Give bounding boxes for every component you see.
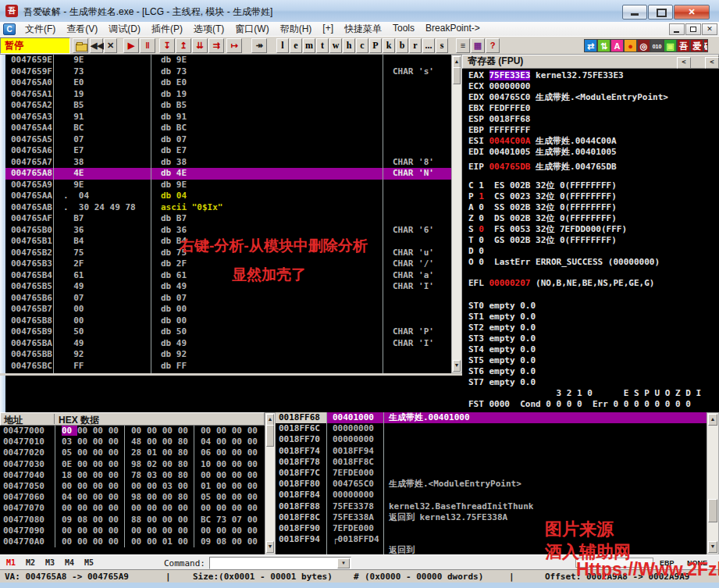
disasm-row[interactable]: 004765A8 4Edb 4ECHAR 'N' xyxy=(5,168,451,180)
stack-row[interactable]: 0018FF7C7EFDE000 xyxy=(276,468,707,479)
mdi-minimize-button[interactable] xyxy=(669,23,685,35)
scroll-thumb[interactable] xyxy=(266,425,274,447)
dump-row[interactable]: 004770A000 00 00 0000 00 01 0009 08 00 0… xyxy=(0,536,265,547)
stack-row[interactable]: 返回到 xyxy=(276,545,707,554)
dump-scrollbar[interactable]: ▲ ▼ xyxy=(265,412,276,554)
menu-item-view[interactable]: 查看(V) xyxy=(61,22,103,37)
collapse-left-icon[interactable]: < xyxy=(677,57,691,69)
disasm-row[interactable]: 004765BB 92db 92 xyxy=(5,349,451,361)
list-icon[interactable]: ≡ xyxy=(456,38,470,53)
help-icon[interactable]: ? xyxy=(486,38,500,53)
plugin-ai-icon[interactable]: 爱 xyxy=(690,39,703,52)
register-line[interactable]: EBX FEDFFFE0 xyxy=(468,103,719,114)
stack-row[interactable]: 0018FF907EFDE000 xyxy=(276,523,707,534)
register-line[interactable]: C 1 ES 002B 32位 0(FFFFFFFF) xyxy=(468,180,719,191)
plugin-target-icon[interactable]: ◎ xyxy=(637,39,650,52)
letter-button-P[interactable]: P xyxy=(369,38,382,53)
register-line[interactable]: A 0 SS 002B 32位 0(FFFFFFFF) xyxy=(468,202,719,213)
disasm-row[interactable]: 004765B3 2Fdb 2FCHAR '/' xyxy=(5,258,451,270)
animate-into-button[interactable]: ⇊ xyxy=(192,38,208,53)
scroll-thumb[interactable] xyxy=(453,67,461,84)
letter-button-l[interactable]: l xyxy=(276,38,289,53)
register-line[interactable]: T 0 GS 002B 32位 0(FFFFFFFF) xyxy=(468,235,719,246)
register-line[interactable]: ESI 0044C00A 生成带姓.0044C00A xyxy=(468,136,719,147)
disasm-row[interactable]: 004765A1 19db 19 xyxy=(5,89,451,101)
register-line[interactable]: S 0 FS 0053 32位 7EFDD000(FFF) xyxy=(468,224,719,235)
disasm-row[interactable]: 0047659F 73db 73CHAR 's' xyxy=(5,66,451,78)
menu-item-window[interactable]: 窗口(W) xyxy=(230,22,274,37)
register-line[interactable]: ST4 empty 0.0 xyxy=(468,344,719,355)
register-line[interactable]: FST 0000 Cond 0 0 0 0 Err 0 0 0 0 0 0 0 … xyxy=(468,399,719,410)
command-input[interactable]: ▼ xyxy=(209,557,351,569)
stack-row[interactable]: 0018FF6C00000000 xyxy=(276,423,707,434)
letter-button-r[interactable]: r xyxy=(409,38,422,53)
close-process-button[interactable]: ✕ xyxy=(104,38,117,53)
tab-m4[interactable]: M4 xyxy=(65,558,74,567)
dump-row[interactable]: 004770300E 00 00 0098 02 00 8010 00 00 0… xyxy=(0,459,265,470)
register-line[interactable]: P 1 CS 0023 32位 0(FFFFFFFF) xyxy=(468,191,719,202)
stack-row[interactable]: 0018FF8C75FE338A返回到 kernel32.75FE338A xyxy=(276,512,707,523)
dump-row[interactable]: 0047704018 00 00 0078 03 00 8000 00 00 0… xyxy=(0,470,265,481)
plugin-wu-icon[interactable]: 吾 xyxy=(677,39,690,52)
disasm-row[interactable]: 004765A7 38db 38CHAR '8' xyxy=(5,157,451,169)
disasm-row[interactable]: 004765A0 E0db E0 xyxy=(5,77,451,89)
dump-row[interactable]: 0047709000 00 00 0000 00 00 0000 00 00 0… xyxy=(0,526,265,536)
disasm-row[interactable]: 004765B0 36db 36CHAR '6' xyxy=(5,225,451,237)
plugin-screen-icon[interactable]: ▣ xyxy=(664,39,677,52)
pause-button[interactable]: ‖ xyxy=(140,38,155,53)
tab-m2[interactable]: M2 xyxy=(26,558,35,567)
plugin-po-icon[interactable]: 破 xyxy=(703,39,708,52)
column-divider[interactable] xyxy=(383,55,383,373)
dump-row[interactable]: 0047708009 08 00 0088 00 00 00BC 73 07 0… xyxy=(0,515,265,526)
menu-item-tools[interactable]: Tools xyxy=(387,22,420,37)
dump-row[interactable]: 0047702005 00 00 0028 01 00 8006 00 00 0… xyxy=(0,447,265,458)
disasm-row[interactable]: 004765B6 07db 07 xyxy=(5,293,451,305)
menu-item-plus[interactable]: [+] xyxy=(317,22,339,37)
disasm-row[interactable]: 004765A3 91db 91 xyxy=(5,112,451,123)
stack-row[interactable]: 0018FF94┌0018FFD4 xyxy=(276,534,707,545)
disasm-row[interactable]: 004765AB. 30 24 49 78ascii "0$Ix" xyxy=(5,202,451,214)
menu-item-file[interactable]: 文件(F) xyxy=(20,22,61,37)
scroll-up-icon[interactable]: ▲ xyxy=(708,414,717,426)
scroll-up-icon[interactable]: ▲ xyxy=(266,414,274,426)
tab-m5[interactable]: M5 xyxy=(84,558,94,567)
step-over-button[interactable]: ↥ xyxy=(176,38,191,53)
disasm-row[interactable]: 004765A4 BCdb BC xyxy=(5,123,451,134)
letter-button-h[interactable]: h xyxy=(343,38,355,53)
register-line[interactable]: ST5 empty 0.0 xyxy=(468,355,719,366)
menu-item-help[interactable]: 帮助(H) xyxy=(275,22,318,37)
letter-button-w[interactable]: w xyxy=(329,38,342,53)
disasm-row[interactable]: 004765B8 00db 00 xyxy=(5,315,451,327)
open-file-button[interactable] xyxy=(73,38,88,53)
register-line[interactable]: Z 0 DS 002B 32位 0(FFFFFFFF) xyxy=(468,213,719,224)
cpu-window-icon[interactable]: C xyxy=(3,23,16,35)
letter-button-c[interactable]: c xyxy=(356,38,368,53)
disasm-scrollbar[interactable]: ▲ ▼ xyxy=(451,55,462,373)
stack-scrollbar[interactable]: ▲ ▼ xyxy=(707,412,719,554)
register-line[interactable]: ESP 0018FF68 xyxy=(468,114,719,125)
dump-row[interactable]: 0047707000 00 00 0000 00 00 0000 00 00 0… xyxy=(0,503,265,514)
register-line[interactable]: EBP FFFFFFFF xyxy=(468,125,719,136)
register-line[interactable]: EDX 004765C0 生成带姓.<ModuleEntryPoint> xyxy=(468,92,719,103)
go-to-button[interactable]: ↠ xyxy=(251,38,267,53)
menu-item-shortcut-menu[interactable]: 快捷菜单 xyxy=(339,22,387,37)
register-line[interactable]: ST7 empty 0.0 xyxy=(468,377,719,388)
disasm-row[interactable]: 004765AF B7db B7 xyxy=(5,213,451,225)
dropdown-icon[interactable]: ▼ xyxy=(337,558,350,568)
register-line[interactable]: ST6 empty 0.0 xyxy=(468,366,719,377)
stack-row[interactable]: 0018FF7000000000 xyxy=(276,434,707,445)
disasm-row[interactable]: 004765A2 B5db B5 xyxy=(5,100,451,112)
restart-button[interactable]: ◀◀ xyxy=(90,38,103,53)
register-line[interactable]: 3 2 1 0 E S P U O Z D I xyxy=(468,388,719,399)
collapse-left-icon[interactable]: < xyxy=(705,57,719,69)
register-line[interactable]: EFL 00000207 (NO,B,NE,BE,NS,PE,GE,G) xyxy=(468,278,719,289)
scroll-down-icon[interactable]: ▼ xyxy=(266,541,274,553)
tab-m3[interactable]: M3 xyxy=(45,558,55,567)
minimize-button[interactable] xyxy=(622,5,647,20)
dump-header-divider[interactable] xyxy=(54,414,55,424)
disasm-row[interactable]: 004765A9 9Edb 9E xyxy=(5,180,451,191)
dump-row[interactable]: 0047706004 00 00 0098 00 00 8005 00 00 0… xyxy=(0,492,265,503)
disasm-row[interactable]: 004765B7 00db 00 xyxy=(5,304,451,315)
stack-row[interactable]: 0018FF780018FF8C xyxy=(276,457,707,468)
register-line[interactable]: EIP 004765DB 生成带姓.004765DB xyxy=(468,162,719,173)
